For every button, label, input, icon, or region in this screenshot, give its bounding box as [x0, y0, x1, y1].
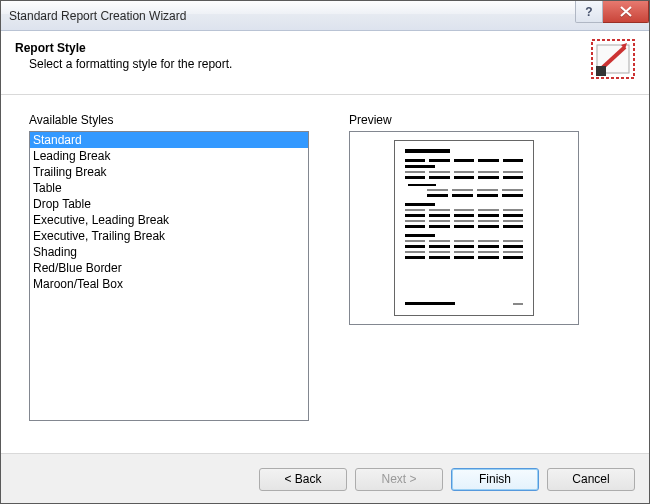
page-title: Report Style	[15, 41, 232, 55]
page-subtitle: Select a formatting style for the report…	[29, 57, 232, 71]
preview-page	[394, 140, 534, 316]
style-option[interactable]: Drop Table	[30, 196, 308, 212]
style-option[interactable]: Red/Blue Border	[30, 260, 308, 276]
styles-listbox[interactable]: StandardLeading BreakTrailing BreakTable…	[29, 131, 309, 421]
next-button: Next >	[355, 468, 443, 491]
wizard-body: Available Styles StandardLeading BreakTr…	[1, 95, 649, 453]
preview-column: Preview	[349, 113, 621, 443]
style-option[interactable]: Trailing Break	[30, 164, 308, 180]
wizard-header: Report Style Select a formatting style f…	[1, 31, 649, 95]
preview-label: Preview	[349, 113, 621, 127]
help-button[interactable]: ?	[575, 1, 603, 23]
styles-column: Available Styles StandardLeading BreakTr…	[29, 113, 309, 443]
style-option[interactable]: Shading	[30, 244, 308, 260]
style-option[interactable]: Table	[30, 180, 308, 196]
window-title: Standard Report Creation Wizard	[9, 9, 186, 23]
close-icon	[620, 6, 632, 17]
style-option[interactable]: Leading Break	[30, 148, 308, 164]
preview-box	[349, 131, 579, 325]
wizard-footer: < Back Next > Finish Cancel	[1, 454, 649, 504]
available-styles-label: Available Styles	[29, 113, 309, 127]
header-text: Report Style Select a formatting style f…	[15, 41, 232, 71]
back-button[interactable]: < Back	[259, 468, 347, 491]
titlebar-buttons: ?	[575, 1, 649, 23]
style-option[interactable]: Executive, Trailing Break	[30, 228, 308, 244]
title-bar: Standard Report Creation Wizard ?	[1, 1, 649, 31]
style-option[interactable]: Executive, Leading Break	[30, 212, 308, 228]
close-button[interactable]	[603, 1, 649, 23]
cancel-button[interactable]: Cancel	[547, 468, 635, 491]
style-option[interactable]: Standard	[30, 132, 308, 148]
style-option[interactable]: Maroon/Teal Box	[30, 276, 308, 292]
wizard-icon	[591, 39, 635, 79]
svg-rect-2	[596, 66, 606, 76]
finish-button[interactable]: Finish	[451, 468, 539, 491]
